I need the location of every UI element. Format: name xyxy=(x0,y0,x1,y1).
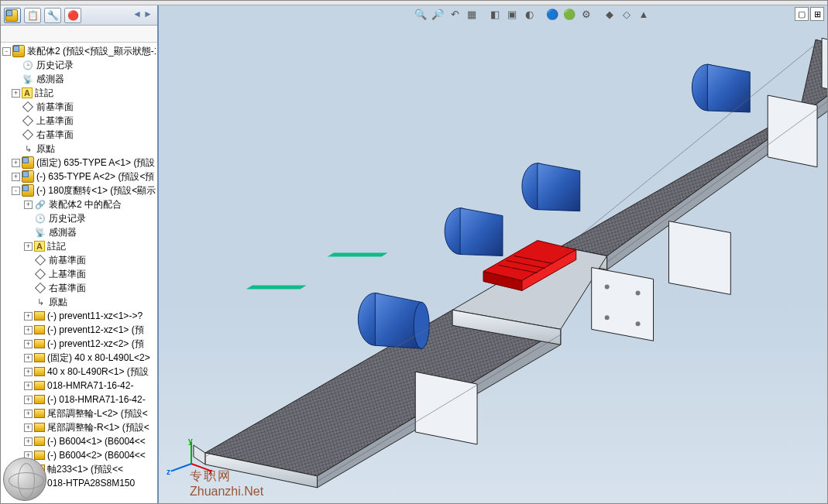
hide-show-icon[interactable]: ◐ xyxy=(521,6,537,22)
tree-node[interactable]: +(固定) 635-TYPE A<1> (預設 xyxy=(1,156,157,170)
expand-toggle[interactable]: + xyxy=(24,382,33,390)
tool-a-icon[interactable]: ◆ xyxy=(602,6,617,22)
axis-y-label: y xyxy=(188,437,193,445)
viewport-single-icon[interactable]: ▢ xyxy=(795,7,809,21)
tree-label: 装配体2 中的配合 xyxy=(49,198,122,211)
tree-node[interactable]: +🔗装配体2 中的配合 xyxy=(1,197,157,211)
svg-marker-35 xyxy=(538,163,580,211)
tree-label: 原點 xyxy=(36,142,55,156)
origin-icon: ↳ xyxy=(34,296,46,308)
part-icon xyxy=(34,423,45,432)
tree-node[interactable]: ↳原點 xyxy=(1,295,157,309)
expand-toggle[interactable]: + xyxy=(24,368,33,376)
tree-node[interactable]: +40 x 80-L490R<1> (預設 xyxy=(1,365,157,379)
history-icon: 🕒 xyxy=(22,59,34,71)
expand-toggle[interactable]: + xyxy=(12,173,20,181)
graphics-area[interactable]: 🔍 🔎 ↶ ▦ ◧ ▣ ◐ 🔵 🟢 ⚙ ◆ ◇ ▲ ▢ ⊞ xyxy=(159,5,827,503)
section-view-icon[interactable]: ▦ xyxy=(464,6,479,22)
tree-node[interactable]: +(固定) 40 x 80-L490L<2> xyxy=(1,351,157,365)
tree-node[interactable]: +A註記 xyxy=(1,239,157,253)
tree-label: 历史记录 xyxy=(36,59,74,72)
tree-node[interactable]: 右基準面 xyxy=(1,281,157,295)
tree-label: (-) B6004<1> (B6004<< xyxy=(47,436,146,447)
tab-property-mgr[interactable]: 📋 xyxy=(24,8,41,23)
part-icon xyxy=(34,451,45,460)
tree-label: 40 x 80-L490R<1> (預設 xyxy=(47,365,149,379)
plane-icon xyxy=(22,129,34,141)
tree-node[interactable]: +(-) 018-HMRA71-16-42- xyxy=(1,393,157,406)
svg-marker-26 xyxy=(668,221,730,295)
tool-b-icon[interactable]: ◇ xyxy=(619,6,634,22)
expand-toggle[interactable]: + xyxy=(12,159,20,167)
expand-toggle[interactable]: + xyxy=(24,410,33,418)
tree-label: (-) 180度翻转<1> (預設<顯示 xyxy=(36,184,156,197)
tree-node[interactable]: 右基準面 xyxy=(1,128,157,142)
tree-node[interactable]: 上基準面 xyxy=(1,267,157,281)
feature-tree[interactable]: -装配体2 (預設<預設_顯示狀態-1🕒历史记录📡感測器+A註記前基準面上基準面… xyxy=(1,43,157,503)
tree-node[interactable]: 🕒历史记录 xyxy=(1,211,157,225)
expand-toggle[interactable]: - xyxy=(12,187,20,195)
view-orient-icon[interactable]: ◧ xyxy=(487,6,503,22)
tree-node[interactable]: +尾部調整輪-L<2> (預設< xyxy=(1,406,157,420)
expand-toggle[interactable]: + xyxy=(24,340,33,348)
cad-model-canvas xyxy=(159,24,827,503)
view-sphere[interactable] xyxy=(3,458,46,501)
expand-toggle[interactable]: + xyxy=(24,423,33,432)
part-icon xyxy=(34,311,45,321)
tree-node[interactable]: 🕒历史记录 xyxy=(1,58,157,72)
tree-node[interactable]: +A註記 xyxy=(1,86,157,100)
panel-prev[interactable]: ◄ xyxy=(132,9,143,22)
tree-node[interactable]: +(-) prevent12-xz<1> (預 xyxy=(1,323,157,337)
expand-toggle[interactable]: + xyxy=(24,312,33,321)
edit-appearance-icon[interactable]: 🔵 xyxy=(545,6,560,22)
tab-display-mgr[interactable]: 🔴 xyxy=(64,8,81,23)
view-settings-icon[interactable]: ⚙ xyxy=(579,6,594,22)
tree-label: 前基準面 xyxy=(36,101,74,114)
motor-1 xyxy=(358,293,429,348)
tab-config-mgr[interactable]: 🔧 xyxy=(44,8,61,23)
expand-toggle[interactable]: + xyxy=(24,354,33,362)
tree-node[interactable]: +018-HMRA71-16-42- xyxy=(1,379,157,393)
tree-node[interactable]: +(-) prevent12-xz<2> (預 xyxy=(1,337,157,351)
tree-node[interactable]: +尾部調整輪-R<1> (預設< xyxy=(1,420,157,434)
tree-node[interactable]: 📡感測器 xyxy=(1,225,157,239)
zoom-fit-icon[interactable]: 🔍 xyxy=(413,6,428,22)
expand-toggle[interactable]: + xyxy=(24,242,33,251)
tree-label: 018-HTPA28S8M150 xyxy=(47,478,135,489)
part-icon xyxy=(34,367,45,376)
tree-node[interactable]: 前基準面 xyxy=(1,253,157,267)
expand-toggle[interactable]: - xyxy=(2,47,11,56)
expand-toggle[interactable]: + xyxy=(24,326,33,334)
tree-node[interactable]: -装配体2 (預設<預設_顯示狀態-1 xyxy=(1,44,157,58)
expand-toggle[interactable]: + xyxy=(12,89,20,98)
expand-toggle[interactable]: + xyxy=(24,437,33,446)
apply-scene-icon[interactable]: 🟢 xyxy=(562,6,577,22)
zoom-area-icon[interactable]: 🔎 xyxy=(430,6,445,22)
tree-node[interactable]: 前基準面 xyxy=(1,100,157,114)
tree-label: 尾部調整輪-L<2> (預設< xyxy=(47,407,148,420)
tab-feature-tree[interactable] xyxy=(4,8,21,23)
display-style-icon[interactable]: ▣ xyxy=(504,6,520,22)
expand-toggle[interactable]: + xyxy=(24,396,33,404)
tree-node[interactable]: 📡感測器 xyxy=(1,72,157,86)
tree-node[interactable]: +(-) B6004<1> (B6004<< xyxy=(1,434,157,448)
svg-point-23 xyxy=(636,290,641,295)
tree-node[interactable]: -(-) 180度翻转<1> (預設<顯示 xyxy=(1,183,157,197)
plane-icon xyxy=(22,115,34,127)
plane-icon xyxy=(34,254,46,266)
tree-filter[interactable] xyxy=(1,26,157,43)
expand-toggle[interactable]: + xyxy=(24,201,33,209)
tool-c-icon[interactable]: ▲ xyxy=(636,6,651,22)
panel-tab-strip: 📋 🔧 🔴 ◄ ► xyxy=(1,5,157,26)
viewport-multi-icon[interactable]: ⊞ xyxy=(810,7,824,21)
view-toolbar: 🔍 🔎 ↶ ▦ ◧ ▣ ◐ 🔵 🟢 ⚙ ◆ ◇ ▲ xyxy=(159,5,827,22)
svg-marker-21 xyxy=(592,267,654,341)
panel-next[interactable]: ► xyxy=(143,9,154,22)
part-icon xyxy=(34,339,45,348)
prev-view-icon[interactable]: ↶ xyxy=(447,6,462,22)
tree-node[interactable]: +(-) 635-TYPE A<2> (預設<預 xyxy=(1,170,157,183)
tree-node[interactable]: 上基準面 xyxy=(1,114,157,128)
tree-node[interactable]: +(-) prevent11-xz<1>->? xyxy=(1,309,157,323)
tree-label: 018-HMRA71-16-42- xyxy=(47,380,133,391)
tree-node[interactable]: ↳原點 xyxy=(1,142,157,156)
